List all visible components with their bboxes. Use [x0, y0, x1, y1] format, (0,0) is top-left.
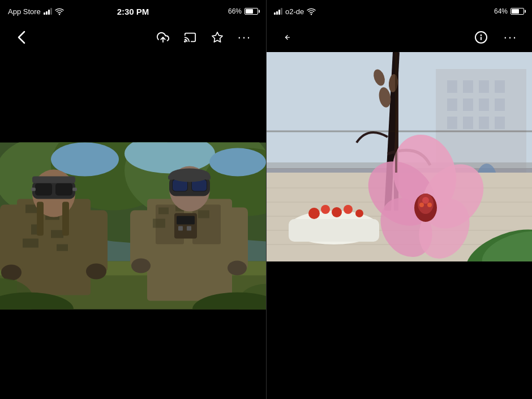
- right-orchid-image: [266, 52, 532, 261]
- left-upload-icon: [157, 31, 169, 44]
- right-back-icon: [284, 31, 291, 44]
- left-battery-icon: [244, 8, 258, 15]
- svg-point-53: [169, 168, 210, 182]
- svg-rect-24: [55, 183, 72, 195]
- right-panel: o2-de 2:33 PM 64%: [266, 0, 532, 399]
- svg-rect-29: [85, 210, 108, 272]
- svg-rect-27: [32, 176, 75, 183]
- svg-rect-33: [62, 201, 69, 235]
- right-more-button[interactable]: ···: [498, 25, 523, 50]
- svg-rect-20: [57, 244, 68, 251]
- svg-point-57: [228, 260, 247, 275]
- left-military-image: [0, 142, 266, 309]
- left-wifi-icon: [55, 7, 64, 16]
- right-carrier-text: o2-de: [285, 7, 304, 16]
- svg-rect-41: [158, 207, 169, 214]
- left-back-button[interactable]: [9, 25, 34, 50]
- left-panel: App Store 2:30 PM 66%: [0, 0, 266, 399]
- svg-point-30: [1, 264, 22, 280]
- svg-rect-25: [31, 187, 36, 191]
- svg-point-2: [185, 41, 186, 42]
- right-battery-percent: 64%: [494, 7, 508, 15]
- left-carrier-text: App Store: [8, 7, 41, 16]
- svg-point-11: [209, 148, 266, 176]
- svg-rect-118: [266, 52, 532, 261]
- left-time: 2:30 PM: [117, 7, 149, 16]
- right-toolbar: ···: [266, 23, 532, 52]
- svg-rect-43: [198, 210, 209, 218]
- left-status-bar: App Store 2:30 PM 66%: [0, 0, 266, 23]
- svg-point-31: [86, 263, 106, 279]
- svg-rect-32: [37, 201, 44, 235]
- right-back-button[interactable]: [275, 25, 300, 50]
- left-more-button[interactable]: ···: [232, 25, 257, 50]
- right-info-button[interactable]: [469, 25, 494, 50]
- right-signal-bars: [274, 8, 282, 15]
- left-battery-percent: 66%: [228, 7, 242, 15]
- svg-point-62: [311, 14, 312, 15]
- svg-rect-26: [72, 187, 77, 191]
- left-cast-icon: [184, 31, 196, 44]
- svg-rect-19: [23, 238, 38, 247]
- right-info-icon: [474, 31, 488, 44]
- svg-point-0: [59, 14, 59, 15]
- svg-rect-23: [35, 183, 52, 195]
- right-black-bottom: [266, 345, 532, 399]
- svg-rect-44: [153, 218, 165, 228]
- right-status-bar: o2-de 2:33 PM 64%: [266, 0, 532, 23]
- svg-point-56: [131, 258, 151, 273]
- svg-marker-3: [212, 32, 222, 42]
- svg-rect-39: [178, 226, 183, 230]
- panel-divider: [266, 0, 267, 399]
- left-toolbar: ···: [0, 23, 266, 52]
- svg-rect-18: [51, 230, 63, 238]
- svg-rect-15: [25, 204, 37, 213]
- svg-rect-38: [177, 216, 195, 224]
- left-image-area: [0, 52, 266, 399]
- left-cast-button[interactable]: [178, 25, 203, 50]
- right-wifi-icon: [307, 7, 316, 16]
- svg-rect-40: [187, 226, 191, 230]
- left-star-button[interactable]: [205, 25, 230, 50]
- right-battery-icon: [510, 8, 524, 15]
- left-signal-bars: [44, 8, 52, 15]
- right-toolbar-icons: ···: [469, 25, 523, 50]
- left-upload-button[interactable]: [151, 25, 175, 50]
- svg-rect-55: [226, 207, 248, 269]
- left-star-icon: [211, 31, 224, 44]
- left-back-icon: [18, 31, 25, 44]
- svg-rect-28: [0, 204, 23, 272]
- right-image-area: [266, 52, 532, 399]
